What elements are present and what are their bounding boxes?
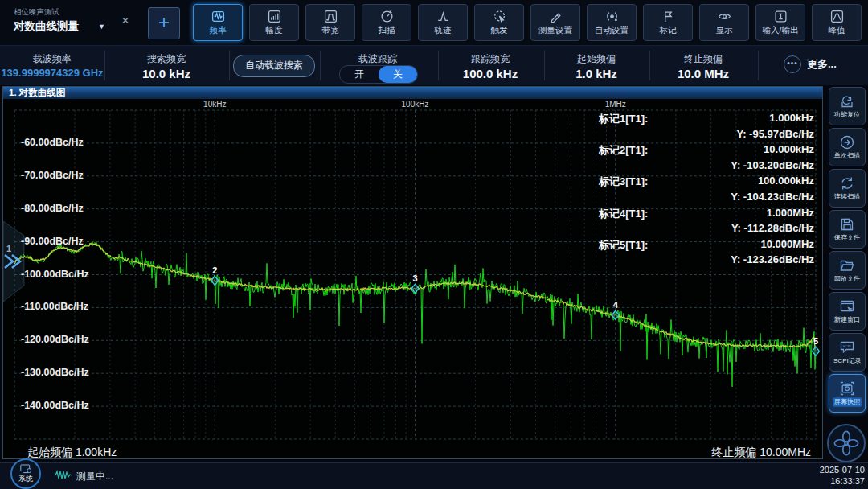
side-button-save[interactable]: 保存文件 bbox=[829, 210, 866, 249]
side-button-screenshot[interactable]: 屏幕快照 bbox=[829, 374, 866, 413]
toggle-on-option[interactable]: 开 bbox=[340, 66, 379, 83]
marker-freq: 100.000kHz bbox=[758, 175, 814, 191]
tab-label: 触发 bbox=[491, 25, 508, 36]
tab-label: 标记 bbox=[660, 25, 677, 36]
divider bbox=[758, 51, 759, 80]
scpi-icon: SCPI bbox=[839, 339, 855, 355]
toolbar-tab-meas-setup[interactable]: 测量设置 bbox=[530, 4, 580, 41]
toolbar-tab-io[interactable]: 输入/输出 bbox=[755, 4, 805, 41]
side-button-cont-sweep[interactable]: 连续扫描 bbox=[829, 169, 866, 208]
side-button-label: 回放文件 bbox=[834, 274, 860, 283]
marker-2-diamond[interactable] bbox=[211, 276, 219, 285]
divider bbox=[649, 51, 650, 80]
marker-level-row: Y: -104.23dBc/Hz bbox=[599, 191, 814, 207]
tab-label: 峰值 bbox=[829, 25, 845, 36]
search-span-value[interactable]: 10.0 kHz bbox=[142, 67, 190, 80]
save-icon bbox=[839, 216, 855, 232]
side-button-label: 屏幕快照 bbox=[833, 397, 862, 406]
flower-icon bbox=[833, 429, 860, 457]
carrier-track-label: 载波跟踪 bbox=[358, 52, 397, 66]
side-button-new-window[interactable]: 新建窗口 bbox=[829, 292, 866, 331]
side-button-replay[interactable]: 回放文件 bbox=[829, 251, 866, 290]
carrier-track-toggle[interactable]: 开 关 bbox=[339, 65, 418, 84]
tab-label: 扫描 bbox=[379, 25, 395, 36]
tab-label: 自动设置 bbox=[595, 25, 628, 36]
sweep-icon bbox=[380, 10, 394, 23]
start-offset-value[interactable]: 1.0 kHz bbox=[575, 67, 617, 80]
amplitude-icon bbox=[268, 10, 281, 23]
screenshot-icon bbox=[839, 380, 855, 397]
divider bbox=[438, 51, 439, 80]
toolbar-tab-peak[interactable]: 峰值 bbox=[812, 4, 862, 41]
side-button-scpi[interactable]: SCPISCPI记录 bbox=[829, 333, 866, 372]
divider bbox=[320, 51, 321, 80]
marker-readout-row: 标记3[T1]:100.000kHz bbox=[599, 175, 814, 191]
toolbar-tab-auto-setup[interactable]: 自动设置 bbox=[587, 4, 637, 41]
x-tick-label: 1MHz bbox=[605, 100, 626, 109]
marker-5-diamond[interactable] bbox=[813, 347, 820, 355]
tab-label: 测量设置 bbox=[538, 25, 572, 36]
start-offset-readout: 起始频偏 1.00kHz bbox=[27, 446, 117, 460]
tab-label: 显示 bbox=[716, 25, 733, 36]
toggle-off-option[interactable]: 关 bbox=[379, 66, 417, 83]
system-monitor-icon bbox=[20, 464, 32, 474]
stop-offset-value[interactable]: 10.0 MHz bbox=[678, 67, 729, 80]
toolbar-tab-bandwidth[interactable]: 带宽 bbox=[305, 4, 355, 41]
top-toolbar: 相位噪声测试 对数曲线测量 ▼ × + 频率幅度带宽扫描轨迹触发测量设置自动设置… bbox=[0, 0, 868, 45]
tab-label: 幅度 bbox=[266, 25, 283, 36]
x-tick-label: 100kHz bbox=[402, 100, 429, 109]
plot-area[interactable]: 12345 10kHz100kHz1MHz -60.00dBc/Hz-70.00… bbox=[3, 99, 822, 458]
marker-3-number: 3 bbox=[412, 273, 417, 283]
track-span-value[interactable]: 100.0 kHz bbox=[463, 67, 518, 80]
io-icon bbox=[774, 10, 788, 23]
side-button-label: 保存文件 bbox=[834, 233, 860, 242]
trigger-icon bbox=[493, 10, 506, 23]
toolbar-tab-trace[interactable]: 轨迹 bbox=[418, 4, 468, 41]
bandwidth-icon bbox=[324, 10, 338, 23]
reset-icon bbox=[839, 93, 855, 109]
carrier-freq-label: 载波频率 bbox=[33, 52, 72, 66]
stop-offset-label: 终止频偏 bbox=[684, 52, 723, 66]
tab-label: 频率 bbox=[210, 25, 227, 36]
close-icon[interactable]: × bbox=[121, 13, 129, 29]
side-button-label: 单次扫描 bbox=[834, 151, 860, 160]
marker-name: 标记3[T1]: bbox=[599, 175, 648, 191]
marker-level-row: Y: -95.97dBc/Hz bbox=[599, 128, 814, 144]
toolbar-tab-trigger[interactable]: 触发 bbox=[474, 4, 524, 41]
carrier-freq-value[interactable]: 139.9999974329 GHz bbox=[1, 67, 103, 79]
marker-freq: 10.000kHz bbox=[764, 143, 814, 159]
instrument-screen: 相位噪声测试 对数曲线测量 ▼ × + 频率幅度带宽扫描轨迹触发测量设置自动设置… bbox=[0, 0, 868, 489]
side-button-reset[interactable]: 功能复位 bbox=[829, 87, 866, 125]
divider bbox=[104, 51, 105, 80]
side-button-label: 连续扫描 bbox=[834, 192, 860, 201]
plot-title-bar[interactable]: 1. 对数曲线图 bbox=[3, 87, 822, 99]
brand-flower-button[interactable] bbox=[827, 424, 866, 462]
toolbar-tab-amplitude[interactable]: 幅度 bbox=[249, 4, 299, 41]
more-button[interactable]: ••• 更多... bbox=[784, 55, 837, 73]
new-window-icon bbox=[839, 298, 855, 314]
auto-carrier-search-button[interactable]: 自动载波搜索 bbox=[233, 55, 315, 77]
marker-readout-panel: 标记1[T1]:1.000kHzY: -95.97dBc/Hz标记2[T1]:1… bbox=[599, 112, 814, 269]
marker-4-number: 4 bbox=[613, 300, 619, 310]
auto-setup-icon bbox=[605, 10, 619, 23]
chevron-down-icon[interactable]: ▼ bbox=[98, 23, 105, 31]
side-button-label: 新建窗口 bbox=[834, 315, 860, 324]
search-span-label: 搜索频宽 bbox=[147, 52, 186, 66]
toolbar-tab-display[interactable]: 显示 bbox=[699, 4, 749, 41]
status-bar bbox=[0, 462, 868, 489]
system-button[interactable]: 系统 bbox=[10, 458, 41, 489]
toolbar-tab-sweep[interactable]: 扫描 bbox=[362, 4, 411, 41]
marker-level-row: Y: -112.28dBc/Hz bbox=[599, 222, 814, 238]
tab-label: 带宽 bbox=[322, 25, 339, 36]
add-measurement-button[interactable]: + bbox=[148, 7, 180, 39]
measurement-selector[interactable]: 对数曲线测量 bbox=[14, 19, 79, 34]
y-tick-label: -80.00dBc/Hz bbox=[21, 203, 84, 214]
side-button-single-sweep[interactable]: 单次扫描 bbox=[829, 128, 866, 166]
y-tick-label: -110.00dBc/Hz bbox=[21, 301, 88, 312]
toolbar-tab-frequency[interactable]: 频率 bbox=[193, 4, 243, 41]
track-span-label: 跟踪频宽 bbox=[471, 52, 510, 66]
divider bbox=[544, 51, 545, 80]
toolbar-tab-marker[interactable]: 标记 bbox=[643, 4, 693, 41]
measuring-status: 测量中... bbox=[76, 470, 113, 483]
log-plot-window: 1. 对数曲线图 12345 10kHz100kHz1MHz -60.00dBc… bbox=[2, 86, 823, 459]
